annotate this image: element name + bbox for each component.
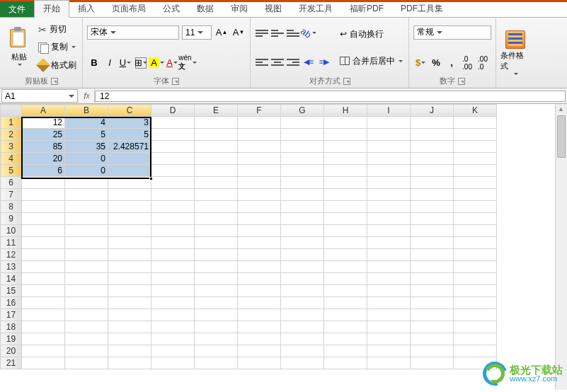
tab-home[interactable]: 开始 bbox=[34, 0, 69, 18]
cell[interactable] bbox=[324, 273, 367, 285]
cell[interactable] bbox=[238, 357, 281, 369]
tab-pdftools[interactable]: PDF工具集 bbox=[392, 1, 452, 17]
cell[interactable] bbox=[281, 213, 324, 225]
cell[interactable] bbox=[411, 345, 454, 357]
cell[interactable] bbox=[108, 165, 151, 177]
cell[interactable] bbox=[367, 225, 411, 237]
cell[interactable] bbox=[65, 177, 108, 189]
spreadsheet-grid[interactable]: ABCDEFGHIJK1124322555385352.428571420056… bbox=[0, 104, 567, 390]
cell[interactable] bbox=[195, 285, 238, 297]
cell[interactable] bbox=[195, 249, 238, 261]
cell[interactable]: 3 bbox=[108, 117, 151, 129]
cell[interactable]: 5 bbox=[108, 129, 151, 141]
cell[interactable] bbox=[411, 321, 454, 333]
cell[interactable] bbox=[22, 189, 65, 201]
cell[interactable] bbox=[22, 285, 65, 297]
cell[interactable] bbox=[281, 237, 324, 249]
cell[interactable] bbox=[411, 225, 454, 237]
font-size-combo[interactable]: 11 bbox=[182, 25, 212, 40]
cell[interactable] bbox=[151, 165, 195, 177]
cell[interactable] bbox=[281, 345, 324, 357]
percent-button[interactable]: % bbox=[429, 56, 443, 70]
cell[interactable] bbox=[238, 309, 281, 321]
cell[interactable] bbox=[411, 201, 454, 213]
cell[interactable] bbox=[151, 117, 195, 129]
cell[interactable] bbox=[281, 321, 324, 333]
cell[interactable] bbox=[411, 153, 454, 165]
cell[interactable] bbox=[367, 189, 411, 201]
row-header[interactable]: 5 bbox=[1, 165, 22, 177]
cell[interactable] bbox=[367, 153, 411, 165]
cell[interactable] bbox=[324, 249, 367, 261]
cell[interactable] bbox=[454, 153, 497, 165]
cell[interactable] bbox=[367, 141, 411, 153]
row-header[interactable]: 17 bbox=[1, 309, 22, 321]
cell[interactable] bbox=[281, 201, 324, 213]
cell[interactable] bbox=[238, 129, 281, 141]
cell[interactable] bbox=[281, 153, 324, 165]
cell[interactable] bbox=[324, 225, 367, 237]
column-header[interactable]: D bbox=[151, 105, 195, 117]
decrease-decimal-button[interactable]: .00.0 bbox=[476, 56, 490, 70]
cell[interactable] bbox=[108, 357, 151, 369]
dialog-launcher-icon[interactable] bbox=[458, 78, 465, 85]
cell[interactable] bbox=[108, 333, 151, 345]
cell[interactable] bbox=[281, 177, 324, 189]
cell[interactable] bbox=[108, 273, 151, 285]
cell[interactable] bbox=[281, 129, 324, 141]
cell[interactable]: 35 bbox=[65, 141, 108, 153]
cell[interactable] bbox=[65, 249, 108, 261]
cell[interactable] bbox=[281, 249, 324, 261]
column-header[interactable]: G bbox=[281, 105, 324, 117]
cell[interactable] bbox=[108, 189, 151, 201]
fx-button[interactable]: fx bbox=[79, 88, 95, 103]
increase-decimal-button[interactable]: .0.00 bbox=[460, 56, 474, 70]
cell[interactable] bbox=[108, 249, 151, 261]
row-header[interactable]: 20 bbox=[1, 345, 22, 357]
cell[interactable] bbox=[238, 273, 281, 285]
cell[interactable] bbox=[281, 141, 324, 153]
cell[interactable] bbox=[195, 357, 238, 369]
cell[interactable] bbox=[238, 285, 281, 297]
column-header[interactable]: E bbox=[195, 105, 238, 117]
cell[interactable] bbox=[281, 165, 324, 177]
cell[interactable]: 85 bbox=[22, 141, 65, 153]
cell[interactable] bbox=[367, 237, 411, 249]
cell[interactable] bbox=[238, 165, 281, 177]
cell[interactable] bbox=[367, 249, 411, 261]
cell[interactable] bbox=[454, 261, 497, 273]
cell[interactable] bbox=[411, 309, 454, 321]
cell[interactable] bbox=[195, 261, 238, 273]
cell[interactable] bbox=[411, 249, 454, 261]
cell[interactable] bbox=[324, 321, 367, 333]
cell[interactable] bbox=[22, 261, 65, 273]
cell[interactable] bbox=[195, 309, 238, 321]
cell[interactable] bbox=[411, 285, 454, 297]
cell[interactable] bbox=[195, 153, 238, 165]
cell[interactable]: 0 bbox=[65, 153, 108, 165]
row-header[interactable]: 10 bbox=[1, 225, 22, 237]
align-middle-button[interactable] bbox=[270, 26, 285, 40]
cell[interactable] bbox=[281, 225, 324, 237]
cell[interactable] bbox=[454, 165, 497, 177]
scrollbar-thumb[interactable] bbox=[557, 115, 566, 158]
cell[interactable] bbox=[367, 357, 411, 369]
row-header[interactable]: 21 bbox=[1, 357, 22, 369]
grow-font-button[interactable]: A▲ bbox=[214, 25, 229, 40]
copy-button[interactable]: 复制 bbox=[37, 40, 78, 55]
cell[interactable] bbox=[411, 273, 454, 285]
align-bottom-button[interactable] bbox=[286, 26, 300, 40]
row-header[interactable]: 12 bbox=[1, 249, 22, 261]
cell[interactable] bbox=[454, 213, 497, 225]
cell[interactable] bbox=[454, 141, 497, 153]
column-header[interactable]: H bbox=[324, 105, 367, 117]
cell[interactable] bbox=[151, 213, 195, 225]
fill-color-button[interactable]: A bbox=[149, 56, 164, 70]
cell[interactable] bbox=[324, 141, 367, 153]
accounting-format-button[interactable]: $ bbox=[413, 56, 428, 70]
formula-input[interactable]: 12 bbox=[95, 91, 566, 102]
cell[interactable] bbox=[22, 225, 65, 237]
cell[interactable] bbox=[238, 297, 281, 309]
dialog-launcher-icon[interactable] bbox=[51, 78, 58, 85]
italic-button[interactable]: I bbox=[103, 56, 117, 70]
